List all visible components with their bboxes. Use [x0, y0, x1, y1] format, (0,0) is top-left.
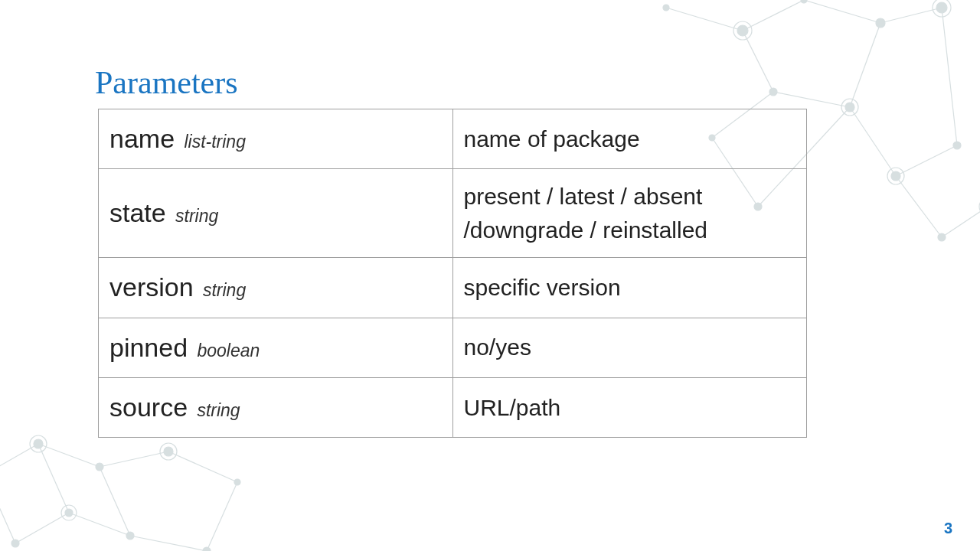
- param-name: source: [109, 393, 188, 422]
- svg-point-46: [96, 463, 103, 471]
- param-cell: state string: [99, 169, 453, 258]
- svg-line-0: [666, 8, 743, 31]
- table-row: pinned boolean no/yes: [99, 318, 807, 377]
- param-cell: version string: [99, 258, 453, 318]
- svg-line-7: [850, 107, 896, 176]
- svg-line-1: [743, 0, 804, 31]
- param-cell: name list-tring: [99, 109, 453, 169]
- svg-point-23: [953, 142, 961, 149]
- param-type: boolean: [197, 341, 260, 360]
- svg-line-6: [850, 23, 880, 107]
- svg-point-50: [126, 532, 134, 540]
- param-desc: specific version: [452, 258, 807, 318]
- svg-point-48: [234, 479, 240, 485]
- svg-line-33: [0, 444, 38, 474]
- page-title: Parameters: [95, 64, 238, 101]
- svg-point-31: [887, 168, 904, 184]
- page-number: 3: [944, 520, 952, 537]
- svg-line-41: [207, 482, 237, 551]
- param-desc: no/yes: [452, 318, 807, 377]
- svg-point-29: [933, 0, 951, 17]
- svg-point-45: [34, 439, 43, 448]
- svg-point-54: [160, 443, 177, 460]
- svg-point-55: [61, 505, 77, 520]
- svg-point-22: [891, 171, 900, 181]
- param-cell: source string: [99, 377, 453, 437]
- svg-point-16: [737, 25, 748, 36]
- svg-line-4: [743, 31, 773, 92]
- param-name: pinned: [109, 333, 188, 362]
- svg-point-28: [733, 21, 752, 40]
- param-desc: present / latest / absent /downgrade / r…: [452, 169, 807, 258]
- svg-point-15: [663, 5, 669, 11]
- table-row: source string URL/path: [99, 377, 807, 437]
- slide: Parameters name list-tring name of packa…: [0, 0, 980, 551]
- svg-point-51: [203, 547, 211, 551]
- param-name: name: [109, 124, 175, 153]
- svg-line-37: [38, 444, 69, 513]
- svg-line-34: [38, 444, 100, 467]
- table-row: state string present / latest / absent /…: [99, 169, 807, 258]
- param-type: list-tring: [184, 132, 246, 152]
- svg-line-39: [100, 467, 130, 536]
- svg-point-52: [11, 540, 19, 547]
- svg-line-40: [130, 536, 207, 551]
- svg-line-38: [69, 513, 130, 536]
- param-type: string: [203, 280, 246, 300]
- svg-point-18: [876, 18, 885, 28]
- svg-point-19: [936, 2, 947, 13]
- svg-line-36: [168, 452, 237, 482]
- table-row: version string specific version: [99, 258, 807, 318]
- svg-point-20: [769, 88, 777, 96]
- param-name: state: [109, 198, 166, 227]
- param-type: string: [175, 206, 218, 226]
- svg-line-3: [880, 8, 942, 23]
- parameters-table: name list-tring name of package state st…: [98, 109, 807, 438]
- svg-line-14: [942, 207, 980, 237]
- param-desc: name of package: [452, 109, 807, 169]
- svg-line-2: [804, 0, 880, 23]
- svg-line-35: [100, 452, 168, 467]
- svg-point-49: [65, 509, 73, 517]
- param-name: version: [109, 272, 194, 302]
- table-row: name list-tring name of package: [99, 109, 807, 169]
- svg-line-13: [896, 176, 942, 237]
- param-cell: pinned boolean: [99, 318, 453, 377]
- svg-line-43: [15, 513, 69, 543]
- svg-point-30: [841, 99, 858, 116]
- svg-point-21: [845, 103, 854, 112]
- svg-point-26: [938, 233, 946, 241]
- svg-point-47: [164, 447, 173, 456]
- svg-point-53: [30, 435, 47, 452]
- svg-line-8: [896, 145, 957, 176]
- param-type: string: [197, 400, 240, 420]
- param-desc: URL/path: [452, 377, 807, 437]
- svg-point-17: [801, 0, 807, 3]
- svg-line-5: [773, 92, 850, 107]
- svg-line-9: [942, 8, 957, 145]
- svg-line-42: [0, 474, 15, 543]
